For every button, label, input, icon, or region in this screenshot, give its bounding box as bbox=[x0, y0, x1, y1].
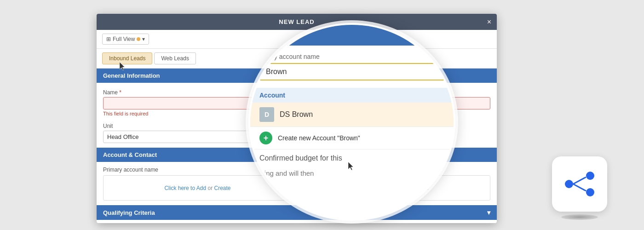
svg-line-4 bbox=[573, 184, 586, 191]
tab-inbound-leads[interactable]: Inbound Leads bbox=[102, 52, 152, 64]
mag-account-input[interactable] bbox=[259, 63, 444, 80]
modal-title: NEW LEAD bbox=[279, 18, 314, 25]
mag-dropdown-item-ds-brown[interactable]: D DS Brown bbox=[250, 103, 454, 126]
svg-line-3 bbox=[573, 177, 586, 184]
grid-icon: ⊞ bbox=[106, 36, 111, 42]
tab-web-leads[interactable]: Web Leads bbox=[154, 52, 196, 64]
primary-account-add-link[interactable]: Click here to Add bbox=[164, 185, 206, 191]
dropdown-arrow-icon: ▾ bbox=[142, 36, 145, 42]
svg-point-1 bbox=[586, 172, 594, 180]
mag-section-header: & Contact bbox=[250, 25, 454, 46]
primary-account-create-link[interactable]: Create bbox=[214, 185, 231, 191]
svg-point-2 bbox=[586, 188, 594, 196]
qualifying-chevron-icon: ▾ bbox=[487, 209, 490, 216]
app-icon bbox=[552, 156, 607, 212]
mag-bottom-text: icing and will then bbox=[250, 167, 454, 179]
full-view-label: Full View bbox=[113, 36, 135, 42]
mag-item-name: DS Brown bbox=[280, 110, 313, 119]
magnifier-content: & Contact rimary account name Account D … bbox=[250, 25, 454, 219]
modal-close-button[interactable]: × bbox=[487, 18, 491, 26]
magnifier-overlay: & Contact rimary account name Account D … bbox=[248, 23, 455, 221]
mag-create-text: Create new Account "Brown" bbox=[278, 134, 360, 142]
mag-field-label: rimary account name bbox=[259, 53, 444, 60]
status-dot bbox=[137, 37, 140, 41]
mag-create-account-item[interactable]: + Create new Account "Brown" bbox=[250, 126, 454, 149]
svg-point-0 bbox=[565, 180, 573, 188]
full-view-button[interactable]: ⊞ Full View ▾ bbox=[102, 34, 149, 45]
primary-account-or: or bbox=[208, 185, 214, 191]
mag-budget-text: Confirmed budget for this bbox=[250, 149, 454, 167]
mag-account-label: Account bbox=[250, 88, 454, 103]
mag-create-plus-icon: + bbox=[259, 132, 272, 144]
mag-avatar-d: D bbox=[259, 107, 274, 122]
qualifying-criteria-title: Qualifying Criteria bbox=[103, 209, 155, 216]
mag-field-area: rimary account name bbox=[250, 46, 454, 88]
app-icon-shadow bbox=[561, 214, 598, 220]
